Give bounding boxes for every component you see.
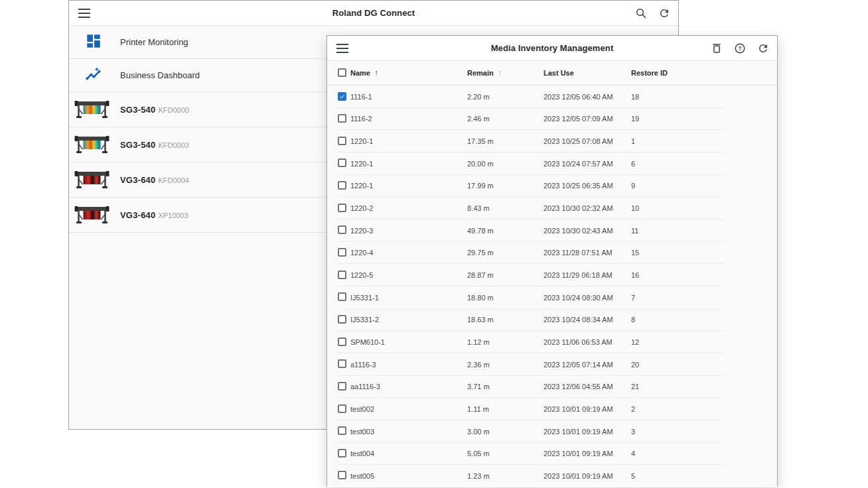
table-row[interactable]: 1116-2 2.46 m 2023 12/05 07:09 AM 19 (327, 108, 777, 131)
cell-name: 1220-4 (350, 249, 467, 257)
media-inventory-window: Media Inventory Management ? Name ↑ Rema… (326, 35, 778, 487)
table-row[interactable]: 1220-5 28.87 m 2023 11/29 06:18 AM 16 (327, 264, 777, 286)
cell-last-use: 2023 10/30 02:43 AM (543, 227, 631, 235)
cell-name: 1220-3 (350, 227, 467, 235)
cell-last-use: 2023 10/24 07:57 AM (543, 160, 631, 168)
cell-last-use: 2023 12/06 04:55 AM (543, 383, 631, 391)
table-row[interactable]: 1220-3 49.78 m 2023 10/30 02:43 AM 11 (327, 219, 777, 242)
printer-model: VG3-640 (120, 175, 155, 185)
row-checkbox[interactable] (338, 181, 346, 190)
cell-name: a1116-3 (350, 361, 467, 369)
table-row[interactable]: 1220-1 20.00 m 2023 10/24 07:57 AM 6 (327, 152, 777, 175)
cell-remain: 1.12 m (467, 338, 543, 346)
cell-remain: 20.00 m (467, 160, 543, 168)
cell-remain: 3.71 m (467, 383, 543, 391)
table-row[interactable]: 1220-2 8.43 m 2023 10/30 02:32 AM 10 (327, 197, 777, 219)
table-row[interactable]: 1220-1 17.99 m 2023 10/25 06:35 AM 9 (327, 175, 777, 198)
sidebar-item-label: Printer Monitoring (120, 37, 188, 47)
cell-last-use: 2023 12/05 07:09 AM (543, 115, 631, 123)
cell-remain: 18.63 m (467, 316, 543, 324)
cell-restore-id: 12 (631, 338, 777, 346)
cell-last-use: 2023 12/05 07:14 AM (543, 361, 631, 369)
row-checkbox[interactable] (338, 248, 346, 257)
cell-restore-id: 2 (631, 405, 777, 413)
table-row[interactable]: IJ5331-1 18.80 m 2023 10/24 08:30 AM 7 (327, 286, 777, 309)
help-icon[interactable]: ? (733, 41, 747, 56)
column-header-last-use[interactable]: Last Use (543, 69, 631, 77)
cell-remain: 18.80 m (467, 294, 543, 302)
cell-remain: 8.43 m (467, 204, 543, 212)
select-all-checkbox[interactable] (338, 68, 346, 77)
table-row[interactable]: 1220-1 17.35 m 2023 10/25 07:08 AM 1 (327, 130, 777, 152)
row-checkbox[interactable] (338, 114, 346, 123)
row-checkbox[interactable] (338, 449, 346, 457)
table-row[interactable]: 1116-1 2.20 m 2023 12/05 06:40 AM 18 (327, 86, 777, 108)
row-checkbox[interactable] (338, 315, 346, 324)
table-row[interactable]: test002 1.11 m 2023 10/01 09:19 AM 2 (327, 398, 777, 420)
cell-restore-id: 16 (631, 271, 777, 279)
table-row[interactable]: test004 5.05 m 2023 10/01 09:19 AM 4 (327, 443, 777, 465)
row-checkbox[interactable] (338, 158, 346, 167)
cell-remain: 28.87 m (467, 271, 543, 279)
cell-name: 1220-5 (350, 271, 467, 279)
row-checkbox[interactable] (338, 426, 346, 435)
cell-restore-id: 9 (631, 182, 777, 190)
cell-last-use: 2023 10/25 07:08 AM (543, 137, 631, 145)
row-checkbox[interactable] (338, 404, 346, 413)
table-row[interactable]: SPM610-1 1.12 m 2023 11/06 06:53 AM 12 (327, 331, 777, 353)
cell-name: SPM610-1 (350, 338, 467, 346)
cell-remain: 17.99 m (467, 182, 543, 190)
sidebar-item-label: Business Dashboard (120, 70, 200, 80)
row-checkbox[interactable] (338, 92, 346, 101)
printer-model: VG3-640 (120, 210, 155, 220)
row-checkbox[interactable] (338, 137, 346, 145)
cell-remain: 2.46 m (467, 115, 543, 123)
table-row[interactable]: IJ5331-2 18.63 m 2023 10/24 08:34 AM 8 (327, 309, 777, 332)
printer-serial: KFD0003 (158, 141, 188, 149)
cell-last-use: 2023 11/29 06:18 AM (543, 271, 631, 279)
table-row[interactable]: 1220-4 29.75 m 2023 11/28 07:51 AM 15 (327, 242, 777, 265)
printer-thumbnail-icon (74, 135, 110, 154)
cell-restore-id: 11 (631, 227, 777, 235)
cell-last-use: 2023 10/01 09:19 AM (543, 450, 631, 457)
cell-name: IJ5331-1 (350, 294, 467, 302)
table-row[interactable]: test005 1.23 m 2023 10/01 09:19 AM 5 (327, 465, 777, 487)
cell-name: test004 (350, 450, 467, 457)
row-checkbox[interactable] (338, 359, 346, 368)
printer-thumbnail-icon (74, 100, 110, 119)
column-header-remain[interactable]: Remain ↑ (467, 68, 543, 78)
refresh-icon[interactable] (657, 6, 672, 21)
cell-restore-id: 7 (631, 294, 777, 302)
svg-text:?: ? (738, 46, 741, 52)
printer-thumbnail-icon (74, 170, 110, 189)
refresh-icon[interactable] (756, 41, 770, 56)
cell-last-use: 2023 10/01 09:19 AM (543, 405, 631, 413)
cell-last-use: 2023 10/30 02:32 AM (543, 204, 631, 212)
cell-restore-id: 5 (631, 472, 777, 480)
search-icon[interactable] (634, 6, 648, 21)
row-checkbox[interactable] (338, 382, 346, 391)
cell-last-use: 2023 10/25 06:35 AM (543, 182, 631, 190)
column-header-name[interactable]: Name ↑ (350, 68, 467, 78)
printer-serial: XP10003 (158, 212, 188, 219)
row-checkbox[interactable] (338, 337, 346, 346)
cell-name: test002 (350, 405, 467, 413)
table-row[interactable]: test003 3.00 m 2023 10/01 09:19 AM 3 (327, 420, 777, 443)
cell-last-use: 2023 10/24 08:30 AM (543, 294, 631, 302)
column-header-restore-id[interactable]: Restore ID (631, 69, 777, 77)
main-window-title: Roland DG Connect (69, 8, 678, 18)
table-row[interactable]: a1116-3 2.36 m 2023 12/05 07:14 AM 20 (327, 353, 777, 376)
cell-name: IJ5331-2 (350, 316, 467, 324)
trash-icon[interactable] (709, 41, 724, 56)
row-checkbox[interactable] (338, 292, 346, 301)
row-checkbox[interactable] (338, 471, 346, 479)
table-row[interactable]: aa1116-3 3.71 m 2023 12/06 04:55 AM 21 (327, 376, 777, 398)
row-checkbox[interactable] (338, 204, 346, 212)
printer-model: SG3-540 (120, 105, 155, 115)
row-checkbox[interactable] (338, 271, 346, 279)
cell-restore-id: 18 (631, 93, 777, 101)
cell-last-use: 2023 10/01 09:19 AM (543, 428, 631, 436)
cell-restore-id: 20 (631, 361, 777, 369)
media-table-body: 1116-1 2.20 m 2023 12/05 06:40 AM 18 111… (327, 86, 777, 487)
row-checkbox[interactable] (338, 225, 346, 234)
